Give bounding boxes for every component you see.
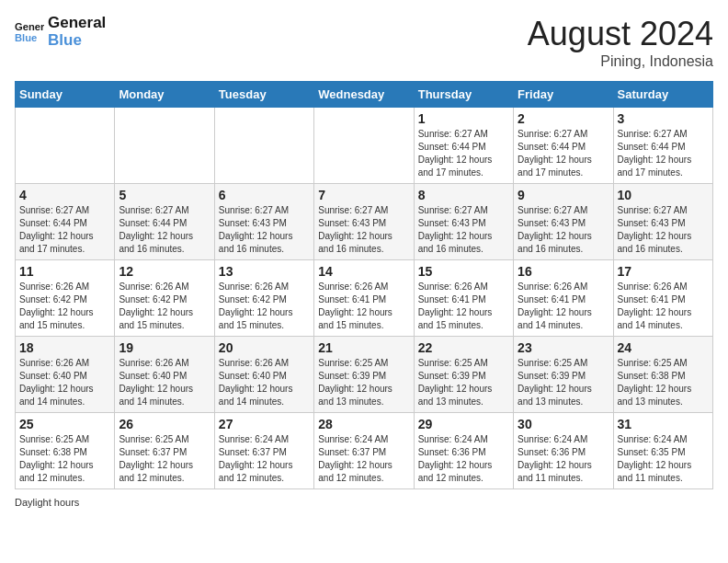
page-header: General Blue General Blue August 2024 Pi… — [15, 15, 713, 70]
calendar-cell: 17 Sunrise: 6:26 AMSunset: 6:41 PMDaylig… — [613, 260, 712, 337]
day-number: 20 — [219, 340, 310, 355]
day-number: 8 — [418, 188, 509, 202]
day-detail: Sunrise: 6:25 AMSunset: 6:38 PMDaylight:… — [618, 358, 692, 407]
calendar-cell — [115, 108, 214, 184]
day-detail: Sunrise: 6:27 AMSunset: 6:44 PMDaylight:… — [518, 129, 592, 178]
weekday-header: Friday — [514, 82, 613, 108]
day-detail: Sunrise: 6:26 AMSunset: 6:42 PMDaylight:… — [119, 282, 193, 330]
day-detail: Sunrise: 6:26 AMSunset: 6:40 PMDaylight:… — [19, 358, 94, 407]
day-number: 17 — [618, 264, 709, 279]
calendar-cell: 12 Sunrise: 6:26 AMSunset: 6:42 PMDaylig… — [115, 260, 214, 337]
calendar-week-row: 4 Sunrise: 6:27 AMSunset: 6:44 PMDayligh… — [16, 184, 713, 260]
title-area: August 2024 Pining, Indonesia — [528, 15, 713, 70]
day-number: 30 — [518, 417, 609, 431]
calendar-cell: 2 Sunrise: 6:27 AMSunset: 6:44 PMDayligh… — [514, 108, 613, 184]
calendar-cell: 1 Sunrise: 6:27 AMSunset: 6:44 PMDayligh… — [414, 108, 513, 184]
day-detail: Sunrise: 6:27 AMSunset: 6:43 PMDaylight:… — [418, 205, 493, 254]
calendar-cell: 4 Sunrise: 6:27 AMSunset: 6:44 PMDayligh… — [16, 184, 115, 260]
weekday-header: Sunday — [16, 82, 115, 108]
day-detail: Sunrise: 6:26 AMSunset: 6:42 PMDaylight:… — [219, 282, 293, 330]
day-number: 7 — [318, 188, 409, 202]
day-detail: Sunrise: 6:25 AMSunset: 6:39 PMDaylight:… — [318, 358, 392, 407]
day-number: 21 — [318, 340, 409, 355]
calendar-body: 1 Sunrise: 6:27 AMSunset: 6:44 PMDayligh… — [16, 108, 713, 489]
day-detail: Sunrise: 6:24 AMSunset: 6:36 PMDaylight:… — [418, 434, 493, 483]
day-detail: Sunrise: 6:26 AMSunset: 6:41 PMDaylight:… — [318, 282, 392, 330]
day-number: 13 — [219, 264, 310, 279]
calendar-cell: 31 Sunrise: 6:24 AMSunset: 6:35 PMDaylig… — [613, 413, 712, 489]
day-detail: Sunrise: 6:25 AMSunset: 6:39 PMDaylight:… — [518, 358, 592, 407]
calendar-cell: 8 Sunrise: 6:27 AMSunset: 6:43 PMDayligh… — [414, 184, 513, 260]
calendar-cell: 6 Sunrise: 6:27 AMSunset: 6:43 PMDayligh… — [214, 184, 313, 260]
day-detail: Sunrise: 6:27 AMSunset: 6:44 PMDaylight:… — [119, 205, 193, 254]
day-number: 11 — [19, 264, 110, 279]
day-number: 6 — [219, 188, 310, 202]
calendar-cell: 10 Sunrise: 6:27 AMSunset: 6:43 PMDaylig… — [613, 184, 712, 260]
day-number: 26 — [119, 417, 210, 431]
day-detail: Sunrise: 6:27 AMSunset: 6:44 PMDaylight:… — [19, 205, 94, 254]
day-number: 5 — [119, 188, 210, 202]
day-number: 24 — [618, 340, 709, 355]
calendar-cell: 16 Sunrise: 6:26 AMSunset: 6:41 PMDaylig… — [514, 260, 613, 337]
logo-blue-text: Blue — [48, 32, 106, 50]
calendar-cell: 5 Sunrise: 6:27 AMSunset: 6:44 PMDayligh… — [115, 184, 214, 260]
day-detail: Sunrise: 6:24 AMSunset: 6:35 PMDaylight:… — [618, 434, 692, 483]
calendar-cell: 29 Sunrise: 6:24 AMSunset: 6:36 PMDaylig… — [414, 413, 513, 489]
day-detail: Sunrise: 6:24 AMSunset: 6:36 PMDaylight:… — [518, 434, 592, 483]
weekday-header: Tuesday — [214, 82, 313, 108]
day-number: 15 — [418, 264, 509, 279]
month-year-title: August 2024 — [528, 15, 713, 53]
calendar-cell: 22 Sunrise: 6:25 AMSunset: 6:39 PMDaylig… — [414, 337, 513, 413]
day-number: 14 — [318, 264, 409, 279]
day-number: 9 — [518, 188, 609, 202]
calendar-week-row: 11 Sunrise: 6:26 AMSunset: 6:42 PMDaylig… — [16, 260, 713, 337]
day-number: 31 — [618, 417, 709, 431]
calendar-cell: 13 Sunrise: 6:26 AMSunset: 6:42 PMDaylig… — [214, 260, 313, 337]
day-number: 25 — [19, 417, 110, 431]
location-subtitle: Pining, Indonesia — [528, 53, 713, 70]
calendar-week-row: 18 Sunrise: 6:26 AMSunset: 6:40 PMDaylig… — [16, 337, 713, 413]
calendar-cell: 14 Sunrise: 6:26 AMSunset: 6:41 PMDaylig… — [314, 260, 414, 337]
day-number: 10 — [618, 188, 709, 202]
weekday-header-row: SundayMondayTuesdayWednesdayThursdayFrid… — [16, 82, 713, 108]
logo-general-text: General — [48, 15, 106, 32]
calendar-cell: 26 Sunrise: 6:25 AMSunset: 6:37 PMDaylig… — [115, 413, 214, 489]
calendar-cell: 15 Sunrise: 6:26 AMSunset: 6:41 PMDaylig… — [414, 260, 513, 337]
day-detail: Sunrise: 6:26 AMSunset: 6:41 PMDaylight:… — [618, 282, 692, 330]
day-detail: Sunrise: 6:25 AMSunset: 6:39 PMDaylight:… — [418, 358, 493, 407]
day-number: 16 — [518, 264, 609, 279]
calendar-cell — [16, 108, 115, 184]
day-detail: Sunrise: 6:26 AMSunset: 6:42 PMDaylight:… — [19, 282, 94, 330]
day-number: 29 — [418, 417, 509, 431]
day-detail: Sunrise: 6:26 AMSunset: 6:40 PMDaylight:… — [119, 358, 193, 407]
calendar-week-row: 1 Sunrise: 6:27 AMSunset: 6:44 PMDayligh… — [16, 108, 713, 184]
day-detail: Sunrise: 6:27 AMSunset: 6:43 PMDaylight:… — [618, 205, 692, 254]
calendar-cell: 20 Sunrise: 6:26 AMSunset: 6:40 PMDaylig… — [214, 337, 313, 413]
calendar-week-row: 25 Sunrise: 6:25 AMSunset: 6:38 PMDaylig… — [16, 413, 713, 489]
svg-text:General: General — [15, 21, 44, 32]
day-detail: Sunrise: 6:26 AMSunset: 6:41 PMDaylight:… — [418, 282, 493, 330]
calendar-cell: 19 Sunrise: 6:26 AMSunset: 6:40 PMDaylig… — [115, 337, 214, 413]
day-detail: Sunrise: 6:27 AMSunset: 6:44 PMDaylight:… — [418, 129, 493, 178]
footer-note: Daylight hours — [15, 497, 713, 508]
calendar-cell: 9 Sunrise: 6:27 AMSunset: 6:43 PMDayligh… — [514, 184, 613, 260]
calendar-cell: 11 Sunrise: 6:26 AMSunset: 6:42 PMDaylig… — [16, 260, 115, 337]
calendar-cell: 30 Sunrise: 6:24 AMSunset: 6:36 PMDaylig… — [514, 413, 613, 489]
calendar-cell: 27 Sunrise: 6:24 AMSunset: 6:37 PMDaylig… — [214, 413, 313, 489]
day-detail: Sunrise: 6:24 AMSunset: 6:37 PMDaylight:… — [318, 434, 392, 483]
day-number: 12 — [119, 264, 210, 279]
logo-icon: General Blue — [15, 17, 44, 47]
calendar-cell — [214, 108, 313, 184]
day-detail: Sunrise: 6:26 AMSunset: 6:40 PMDaylight:… — [219, 358, 293, 407]
calendar-cell: 25 Sunrise: 6:25 AMSunset: 6:38 PMDaylig… — [16, 413, 115, 489]
weekday-header: Saturday — [613, 82, 712, 108]
day-number: 19 — [119, 340, 210, 355]
calendar-cell: 18 Sunrise: 6:26 AMSunset: 6:40 PMDaylig… — [16, 337, 115, 413]
calendar-cell: 28 Sunrise: 6:24 AMSunset: 6:37 PMDaylig… — [314, 413, 414, 489]
day-number: 2 — [518, 111, 609, 126]
calendar-cell — [314, 108, 414, 184]
calendar-table: SundayMondayTuesdayWednesdayThursdayFrid… — [15, 81, 713, 489]
day-number: 28 — [318, 417, 409, 431]
day-detail: Sunrise: 6:27 AMSunset: 6:43 PMDaylight:… — [219, 205, 293, 254]
day-detail: Sunrise: 6:25 AMSunset: 6:38 PMDaylight:… — [19, 434, 94, 483]
